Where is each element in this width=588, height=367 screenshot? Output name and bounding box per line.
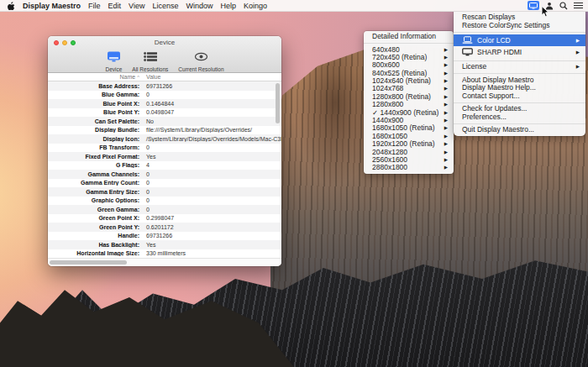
- menubar-item-edit[interactable]: Edit: [108, 2, 122, 10]
- table-row[interactable]: Gamma Entry Size:0: [48, 187, 281, 197]
- resolution-label: 1440x900: [372, 117, 441, 124]
- table-row[interactable]: FB Transform:0: [48, 144, 281, 153]
- menu-item-rescan-displays[interactable]: Rescan Displays: [454, 13, 585, 22]
- menubar-item-view[interactable]: View: [129, 2, 144, 10]
- table-row[interactable]: Green Point Y:0.6201172: [48, 223, 281, 232]
- submenu-arrow-icon: ▶: [576, 63, 580, 71]
- row-name: Graphic Options:: [48, 197, 142, 203]
- menu-item-sharp-hdmi[interactable]: SHARP HDMI▶: [454, 46, 585, 58]
- resolution-item-1024x768[interactable]: 1024x768▶: [364, 85, 454, 92]
- table-row[interactable]: Base Address:69731266: [48, 81, 281, 91]
- menu-item-quit-display-maestro[interactable]: Quit Display Maestro...: [454, 126, 585, 134]
- resolution-submenu: Detailed Information 640x480▶720x450 (Re…: [364, 31, 454, 174]
- vertical-scrollbar[interactable]: [276, 83, 280, 123]
- row-value: 0: [142, 180, 281, 186]
- laptop-icon: [462, 36, 474, 45]
- menu-item-license[interactable]: License▶: [454, 63, 585, 71]
- resolution-label: 840x525 (Retina): [372, 70, 441, 77]
- table-row[interactable]: G Flags:4: [48, 161, 281, 170]
- table-row[interactable]: Horizontal Image Size:330 millimeters: [48, 249, 281, 259]
- table-row[interactable]: Display Icon:/System/Library/Displays/Ov…: [48, 134, 281, 144]
- table-row[interactable]: Gamma Entry Count:0: [48, 179, 281, 188]
- resolution-item-1680x1050[interactable]: 1680x1050▶: [364, 133, 454, 140]
- resolution-item-720x450-retina[interactable]: 720x450 (Retina)▶: [364, 54, 454, 61]
- table-row[interactable]: Handle:69731266: [48, 232, 281, 241]
- toolbar-device-label: Device: [105, 66, 122, 72]
- table-row[interactable]: Fixed Pixel Format:Yes: [48, 152, 281, 161]
- resolution-item-1024x640-retina[interactable]: 1024x640 (Retina)▶: [364, 77, 454, 85]
- resolution-item-1440x900[interactable]: 1440x900▶: [364, 117, 454, 124]
- horizontal-scrollbar[interactable]: [48, 258, 281, 266]
- table-row[interactable]: Gamma Channels:0: [48, 170, 281, 179]
- submenu-header-detailed-information[interactable]: Detailed Information: [364, 33, 454, 41]
- resolution-item-2048x1280[interactable]: 2048x1280▶: [364, 149, 454, 156]
- resolution-label: 2560x1600: [372, 156, 441, 164]
- resolution-items: 640x480▶720x450 (Retina)▶800x600▶840x525…: [364, 46, 454, 172]
- menu-item-contact-support[interactable]: Contact Support...: [454, 92, 585, 101]
- resolution-item-800x600[interactable]: 800x600▶: [364, 61, 454, 69]
- resolution-item-1280x800-retina[interactable]: 1280x800 (Retina)▶: [364, 93, 454, 101]
- search-icon[interactable]: [559, 2, 568, 10]
- resolution-label: 1280x800 (Retina): [372, 93, 441, 101]
- menu-item-check-for-updates[interactable]: Check for Updates...: [454, 105, 585, 113]
- horizontal-scrollbar-thumb[interactable]: [50, 260, 127, 265]
- resolution-item-1920x1200-retina[interactable]: 1920x1200 (Retina)▶: [364, 140, 454, 148]
- submenu-arrow-icon: ▶: [444, 101, 448, 108]
- submenu-arrow-icon: ▶: [444, 46, 448, 54]
- menubar-items: FileEditViewLicenseWindowHelpKoingo: [88, 2, 267, 10]
- table-row[interactable]: Blue Gamma:0: [48, 91, 281, 100]
- menu-item-about-display-maestro[interactable]: About Display Maestro: [454, 76, 585, 85]
- menu-item-label: License: [462, 63, 573, 71]
- resolution-item-840x525-retina[interactable]: 840x525 (Retina)▶: [364, 70, 454, 77]
- row-name: Can Set Palette:: [48, 118, 142, 124]
- device-table-body: Base Address:69731266Blue Gamma:0Blue Po…: [48, 81, 281, 258]
- table-row[interactable]: Blue Point X:0.1464844: [48, 99, 281, 108]
- resolution-item-2880x1800[interactable]: 2880x1800▶: [364, 164, 454, 171]
- row-value: file:///System/Library/Displays/Override…: [142, 127, 281, 133]
- menu-item-color-lcd[interactable]: Color LCD▶: [454, 34, 585, 46]
- external-display-icon: [462, 48, 474, 56]
- menubar-item-help[interactable]: Help: [220, 2, 236, 10]
- menu-item-restore-colorsync-settings[interactable]: Restore ColorSync Settings: [454, 22, 585, 30]
- menubar-item-license[interactable]: License: [152, 2, 178, 10]
- table-row[interactable]: Display Bundle:file:///System/Library/Di…: [48, 126, 281, 135]
- desktop: Display Maestro FileEditViewLicenseWindo…: [0, 0, 588, 367]
- menubar-item-window[interactable]: Window: [186, 2, 213, 10]
- device-table: Name ^ Value Base Address:69731266Blue G…: [48, 73, 281, 258]
- resolution-item-1680x1050-retina[interactable]: 1680x1050 (Retina)▶: [364, 124, 454, 132]
- apple-logo-icon[interactable]: [8, 2, 15, 10]
- row-name: Blue Point X:: [48, 101, 142, 107]
- toolbar-device-button[interactable]: Device: [105, 50, 122, 72]
- menu-item-label: Check for Updates...: [462, 105, 580, 113]
- submenu-arrow-icon: ▶: [444, 140, 448, 148]
- display-icon: [107, 50, 121, 66]
- row-value: 0.6201172: [142, 224, 281, 230]
- table-row[interactable]: Can Set Palette:No: [48, 117, 281, 126]
- resolution-item-2560x1600[interactable]: 2560x1600▶: [364, 156, 454, 164]
- table-row[interactable]: Has Backlight:Yes: [48, 240, 281, 249]
- table-row[interactable]: Green Point X:0.2998047: [48, 214, 281, 223]
- resolution-label: 1024x640 (Retina): [372, 77, 441, 85]
- title-bar[interactable]: Device Device All Resolutions: [48, 36, 281, 73]
- row-name: Handle:: [48, 233, 142, 239]
- row-name: Display Icon:: [48, 136, 142, 142]
- resolution-item-1440x900-retina[interactable]: ✓ 1440x900 (Retina)▶: [364, 109, 454, 117]
- menubar-item-file[interactable]: File: [88, 2, 101, 10]
- toolbar-current-resolution-button[interactable]: Current Resolution: [178, 50, 223, 72]
- resolution-item-640x480[interactable]: 640x480▶: [364, 46, 454, 54]
- resolution-item-1280x800[interactable]: 1280x800▶: [364, 101, 454, 108]
- table-row[interactable]: Graphic Options:0: [48, 197, 281, 206]
- eye-icon: [194, 50, 208, 66]
- toolbar-all-resolutions-button[interactable]: All Resolutions: [132, 50, 168, 72]
- table-row[interactable]: Green Gamma:0: [48, 205, 281, 214]
- menubar-app-name[interactable]: Display Maestro: [23, 2, 81, 10]
- menu-item-display-maestro-help[interactable]: Display Maestro Help...: [454, 84, 585, 92]
- user-icon[interactable]: [545, 2, 554, 10]
- display-extra-icon[interactable]: [528, 1, 539, 10]
- menubar-item-koingo[interactable]: Koingo: [244, 2, 267, 10]
- table-header[interactable]: Name ^ Value: [48, 73, 281, 81]
- menu-item-preferences[interactable]: Preferences...: [454, 113, 585, 122]
- table-row[interactable]: Blue Point Y:0.0498047: [48, 108, 281, 118]
- submenu-arrow-icon: ▶: [576, 46, 580, 58]
- notification-center-icon[interactable]: [574, 2, 583, 9]
